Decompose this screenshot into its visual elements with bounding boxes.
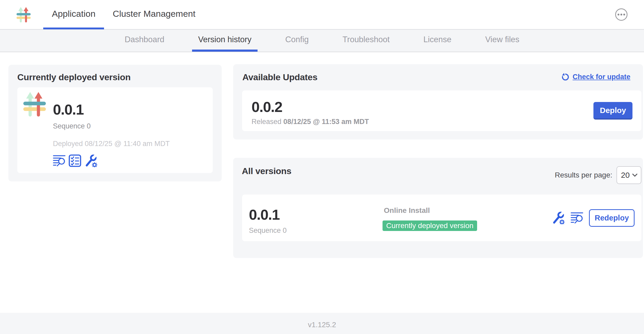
currently-deployed-badge: Currently deployed version xyxy=(383,220,477,231)
results-per-page-select[interactable]: 20 xyxy=(616,166,641,184)
subnav-view-files[interactable]: View files xyxy=(479,30,525,52)
available-updates-title: Available Updates xyxy=(242,72,318,82)
console-version: v1.125.2 xyxy=(308,321,336,329)
check-for-update-link[interactable]: Check for update xyxy=(561,73,630,81)
top-header: Application Cluster Management xyxy=(0,0,644,30)
footer: v1.125.2 xyxy=(0,313,644,334)
view-config-icon[interactable] xyxy=(84,154,97,167)
subnav-version-history[interactable]: Version history xyxy=(192,30,257,52)
subnav-license[interactable]: License xyxy=(417,30,457,52)
header-tabs: Application Cluster Management xyxy=(43,0,204,29)
tab-cluster-management[interactable]: Cluster Management xyxy=(104,0,204,29)
main-content: Currently deployed version 0.0.1 Sequenc… xyxy=(0,52,644,313)
view-config-icon[interactable] xyxy=(552,211,565,224)
results-per-page-value: 20 xyxy=(621,171,630,180)
deployed-version-number: 0.0.1 xyxy=(53,101,84,118)
currently-deployed-title: Currently deployed version xyxy=(17,72,130,82)
refresh-icon xyxy=(561,73,570,81)
available-updates-panel: Available Updates Check for update 0.0.2… xyxy=(233,64,643,139)
row-version-number: 0.0.1 xyxy=(249,206,280,223)
more-options-button[interactable] xyxy=(615,8,627,21)
deployed-version-actions xyxy=(53,154,97,167)
released-prefix: Released xyxy=(252,118,283,126)
currently-deployed-panel: Currently deployed version 0.0.1 Sequenc… xyxy=(8,65,222,181)
deployed-version-card: 0.0.1 Sequence 0 Deployed 08/12/25 @ 11:… xyxy=(17,87,213,173)
release-notes-icon[interactable] xyxy=(571,212,583,224)
results-per-page: Results per page: 20 xyxy=(555,166,641,184)
dot xyxy=(620,14,622,15)
app-subnav: Dashboard Version history Config Trouble… xyxy=(0,30,644,52)
all-versions-title: All versions xyxy=(242,166,291,176)
subnav-config[interactable]: Config xyxy=(279,30,315,52)
dot xyxy=(623,14,625,15)
dot xyxy=(618,14,619,15)
update-version-number: 0.0.2 xyxy=(252,98,282,115)
install-type: Online Install xyxy=(384,206,477,215)
redeploy-button[interactable]: Redeploy xyxy=(589,209,635,227)
chevron-down-icon xyxy=(632,173,637,177)
update-card: 0.0.2 Released 08/12/25 @ 11:53 am MDT D… xyxy=(242,90,641,131)
results-per-page-label: Results per page: xyxy=(555,171,612,179)
subnav-troubleshoot[interactable]: Troubleshoot xyxy=(336,30,396,52)
preflight-checks-icon[interactable] xyxy=(69,154,81,167)
check-for-update-label: Check for update xyxy=(572,73,630,81)
row-sequence: Sequence 0 xyxy=(249,227,287,235)
app-logo-icon xyxy=(23,92,46,117)
deployed-sequence: Sequence 0 xyxy=(53,122,91,130)
app-logo-icon xyxy=(17,7,31,23)
deploy-button[interactable]: Deploy xyxy=(593,102,632,120)
released-date: 08/12/25 @ 11:53 am MDT xyxy=(283,118,369,126)
release-notes-icon[interactable] xyxy=(53,154,66,167)
subnav-dashboard[interactable]: Dashboard xyxy=(119,30,171,52)
deployed-timestamp: Deployed 08/12/25 @ 11:40 am MDT xyxy=(53,140,170,148)
update-released-timestamp: Released 08/12/25 @ 11:53 am MDT xyxy=(252,118,369,126)
row-install-info: Online Install Currently deployed versio… xyxy=(384,206,477,231)
version-row: 0.0.1 Sequence 0 Online Install Currentl… xyxy=(242,195,641,241)
all-versions-panel: All versions Results per page: 20 0.0.1 … xyxy=(233,158,643,258)
app-logo xyxy=(17,7,31,23)
row-actions: Redeploy xyxy=(552,195,635,241)
tab-application[interactable]: Application xyxy=(43,0,104,29)
